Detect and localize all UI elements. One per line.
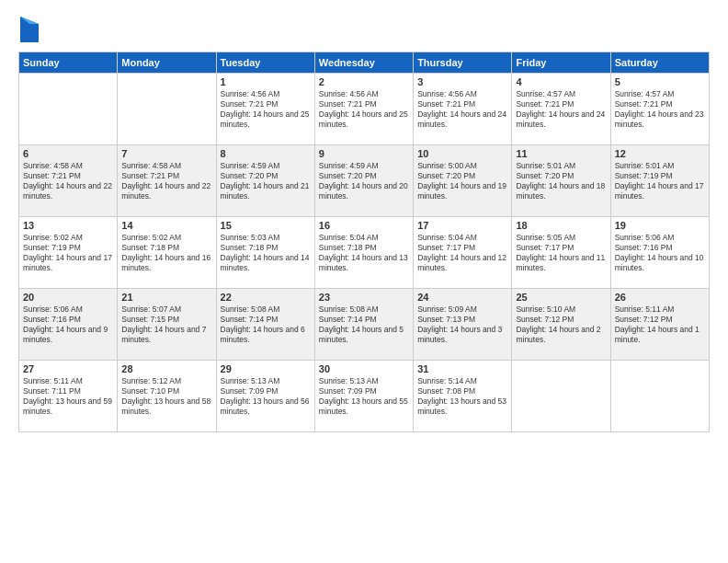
day-number: 12: [615, 148, 705, 159]
calendar-cell: 21Sunrise: 5:07 AMSunset: 7:15 PMDayligh…: [118, 289, 216, 361]
calendar-cell: 18Sunrise: 5:05 AMSunset: 7:17 PMDayligh…: [512, 217, 610, 289]
week-row-5: 27Sunrise: 5:11 AMSunset: 7:11 PMDayligh…: [19, 361, 710, 432]
day-number: 23: [319, 292, 409, 303]
calendar-cell: 13Sunrise: 5:02 AMSunset: 7:19 PMDayligh…: [19, 217, 118, 289]
cell-info: Sunrise: 5:07 AMSunset: 7:15 PMDaylight:…: [121, 304, 211, 345]
calendar-cell: 16Sunrise: 5:04 AMSunset: 7:18 PMDayligh…: [314, 217, 413, 289]
cell-info: Sunrise: 5:05 AMSunset: 7:17 PMDaylight:…: [516, 233, 606, 273]
day-number: 7: [121, 148, 211, 159]
header: [18, 17, 710, 42]
header-day-sunday: Sunday: [19, 52, 118, 74]
day-number: 21: [121, 292, 211, 303]
calendar-cell: 31Sunrise: 5:14 AMSunset: 7:08 PMDayligh…: [414, 361, 512, 432]
day-number: 16: [319, 220, 409, 231]
calendar-cell: 29Sunrise: 5:13 AMSunset: 7:09 PMDayligh…: [216, 361, 314, 432]
cell-info: Sunrise: 5:10 AMSunset: 7:12 PMDaylight:…: [516, 304, 606, 345]
header-day-wednesday: Wednesday: [314, 52, 413, 74]
calendar-cell: [512, 361, 610, 432]
cell-info: Sunrise: 4:56 AMSunset: 7:21 PMDaylight:…: [417, 89, 507, 130]
day-number: 10: [417, 148, 507, 159]
calendar-cell: 5Sunrise: 4:57 AMSunset: 7:21 PMDaylight…: [610, 74, 709, 145]
cell-info: Sunrise: 5:08 AMSunset: 7:14 PMDaylight:…: [319, 304, 409, 345]
calendar-cell: 25Sunrise: 5:10 AMSunset: 7:12 PMDayligh…: [512, 289, 610, 361]
cell-info: Sunrise: 4:59 AMSunset: 7:20 PMDaylight:…: [221, 161, 311, 201]
logo-icon: [20, 17, 39, 42]
cell-info: Sunrise: 5:02 AMSunset: 7:18 PMDaylight:…: [121, 233, 211, 273]
week-row-4: 20Sunrise: 5:06 AMSunset: 7:16 PMDayligh…: [19, 289, 710, 361]
day-number: 8: [221, 148, 311, 159]
calendar-cell: 8Sunrise: 4:59 AMSunset: 7:20 PMDaylight…: [216, 145, 314, 217]
week-row-3: 13Sunrise: 5:02 AMSunset: 7:19 PMDayligh…: [19, 217, 710, 289]
calendar-cell: 3Sunrise: 4:56 AMSunset: 7:21 PMDaylight…: [414, 74, 512, 145]
calendar-cell: 19Sunrise: 5:06 AMSunset: 7:16 PMDayligh…: [610, 217, 709, 289]
cell-info: Sunrise: 5:00 AMSunset: 7:20 PMDaylight:…: [417, 161, 507, 201]
calendar-cell: 28Sunrise: 5:12 AMSunset: 7:10 PMDayligh…: [118, 361, 216, 432]
cell-info: Sunrise: 4:59 AMSunset: 7:20 PMDaylight:…: [319, 161, 409, 201]
cell-info: Sunrise: 4:56 AMSunset: 7:21 PMDaylight:…: [221, 89, 311, 130]
cell-info: Sunrise: 5:06 AMSunset: 7:16 PMDaylight:…: [23, 304, 113, 345]
header-day-monday: Monday: [118, 52, 216, 74]
day-number: 27: [23, 363, 113, 374]
calendar-cell: 30Sunrise: 5:13 AMSunset: 7:09 PMDayligh…: [314, 361, 413, 432]
day-number: 15: [221, 220, 311, 231]
day-number: 1: [221, 76, 311, 87]
cell-info: Sunrise: 5:09 AMSunset: 7:13 PMDaylight:…: [417, 304, 507, 345]
calendar-cell: 14Sunrise: 5:02 AMSunset: 7:18 PMDayligh…: [118, 217, 216, 289]
header-day-friday: Friday: [512, 52, 610, 74]
calendar-cell: 20Sunrise: 5:06 AMSunset: 7:16 PMDayligh…: [19, 289, 118, 361]
calendar-cell: 26Sunrise: 5:11 AMSunset: 7:12 PMDayligh…: [610, 289, 709, 361]
cell-info: Sunrise: 5:13 AMSunset: 7:09 PMDaylight:…: [221, 376, 311, 417]
calendar-header: SundayMondayTuesdayWednesdayThursdayFrid…: [19, 52, 710, 74]
cell-info: Sunrise: 4:57 AMSunset: 7:21 PMDaylight:…: [516, 89, 606, 130]
calendar-cell: 1Sunrise: 4:56 AMSunset: 7:21 PMDaylight…: [216, 74, 314, 145]
calendar-cell: 15Sunrise: 5:03 AMSunset: 7:18 PMDayligh…: [216, 217, 314, 289]
calendar-cell: 12Sunrise: 5:01 AMSunset: 7:19 PMDayligh…: [610, 145, 709, 217]
calendar-cell: [610, 361, 709, 432]
calendar-cell: 7Sunrise: 4:58 AMSunset: 7:21 PMDaylight…: [118, 145, 216, 217]
cell-info: Sunrise: 5:11 AMSunset: 7:11 PMDaylight:…: [23, 376, 113, 417]
day-number: 2: [319, 76, 409, 87]
calendar-cell: [19, 74, 118, 145]
page: SundayMondayTuesdayWednesdayThursdayFrid…: [0, 0, 728, 563]
day-number: 5: [615, 76, 705, 87]
calendar-cell: 27Sunrise: 5:11 AMSunset: 7:11 PMDayligh…: [19, 361, 118, 432]
day-number: 4: [516, 76, 606, 87]
day-number: 31: [417, 363, 507, 374]
week-row-2: 6Sunrise: 4:58 AMSunset: 7:21 PMDaylight…: [19, 145, 710, 217]
header-day-tuesday: Tuesday: [216, 52, 314, 74]
cell-info: Sunrise: 5:04 AMSunset: 7:17 PMDaylight:…: [417, 233, 507, 273]
logo: [18, 17, 39, 42]
calendar-cell: 23Sunrise: 5:08 AMSunset: 7:14 PMDayligh…: [314, 289, 413, 361]
day-number: 25: [516, 292, 606, 303]
calendar-table: SundayMondayTuesdayWednesdayThursdayFrid…: [18, 52, 710, 432]
day-number: 18: [516, 220, 606, 231]
day-number: 13: [23, 220, 113, 231]
day-number: 28: [121, 363, 211, 374]
cell-info: Sunrise: 4:57 AMSunset: 7:21 PMDaylight:…: [615, 89, 705, 130]
cell-info: Sunrise: 5:02 AMSunset: 7:19 PMDaylight:…: [23, 233, 113, 273]
calendar-cell: 4Sunrise: 4:57 AMSunset: 7:21 PMDaylight…: [512, 74, 610, 145]
header-day-thursday: Thursday: [414, 52, 512, 74]
cell-info: Sunrise: 4:58 AMSunset: 7:21 PMDaylight:…: [121, 161, 211, 201]
day-number: 11: [516, 148, 606, 159]
header-day-saturday: Saturday: [610, 52, 709, 74]
calendar-cell: 10Sunrise: 5:00 AMSunset: 7:20 PMDayligh…: [414, 145, 512, 217]
day-number: 22: [221, 292, 311, 303]
day-number: 19: [615, 220, 705, 231]
day-number: 14: [121, 220, 211, 231]
calendar-cell: 24Sunrise: 5:09 AMSunset: 7:13 PMDayligh…: [414, 289, 512, 361]
day-number: 6: [23, 148, 113, 159]
cell-info: Sunrise: 4:58 AMSunset: 7:21 PMDaylight:…: [23, 161, 113, 201]
cell-info: Sunrise: 5:04 AMSunset: 7:18 PMDaylight:…: [319, 233, 409, 273]
day-number: 26: [615, 292, 705, 303]
cell-info: Sunrise: 5:03 AMSunset: 7:18 PMDaylight:…: [221, 233, 311, 273]
calendar-cell: 11Sunrise: 5:01 AMSunset: 7:20 PMDayligh…: [512, 145, 610, 217]
cell-info: Sunrise: 5:12 AMSunset: 7:10 PMDaylight:…: [121, 376, 211, 417]
cell-info: Sunrise: 5:01 AMSunset: 7:19 PMDaylight:…: [615, 161, 705, 201]
calendar-cell: 9Sunrise: 4:59 AMSunset: 7:20 PMDaylight…: [314, 145, 413, 217]
calendar-body: 1Sunrise: 4:56 AMSunset: 7:21 PMDaylight…: [19, 74, 710, 432]
day-number: 20: [23, 292, 113, 303]
cell-info: Sunrise: 5:14 AMSunset: 7:08 PMDaylight:…: [417, 376, 507, 417]
calendar-cell: 22Sunrise: 5:08 AMSunset: 7:14 PMDayligh…: [216, 289, 314, 361]
day-number: 9: [319, 148, 409, 159]
